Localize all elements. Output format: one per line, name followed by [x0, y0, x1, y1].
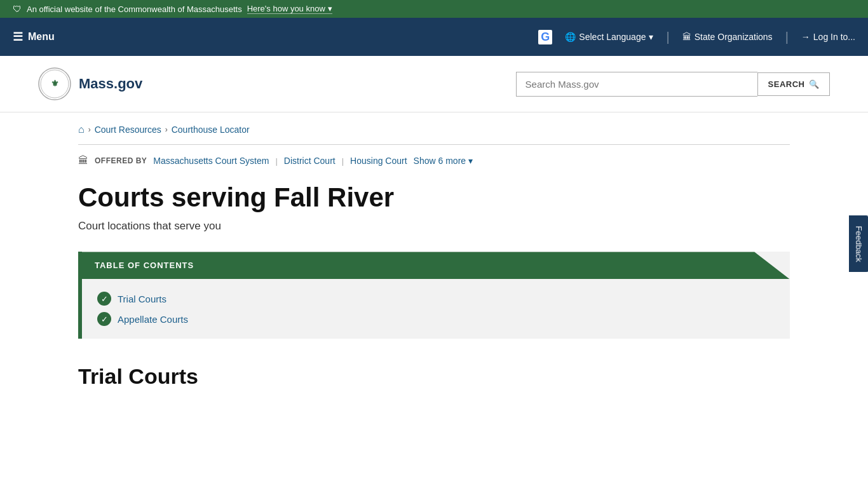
nav-separator: |: [666, 30, 669, 44]
chevron-down-icon: ▾: [328, 4, 332, 13]
show-more-button[interactable]: Show 6 more ▾: [414, 156, 473, 166]
toc-link-appellate-courts[interactable]: Appellate Courts: [118, 314, 188, 325]
toc-list: ✓ Trial Courts ✓ Appellate Courts: [82, 279, 790, 339]
nav-separator-2: |: [785, 30, 789, 44]
language-chevron-icon: ▾: [649, 32, 653, 42]
state-orgs-label: State Organizations: [695, 32, 773, 42]
show-more-chevron-icon: ▾: [468, 156, 473, 166]
breadcrumb-court-resources[interactable]: Court Resources: [95, 125, 161, 135]
offered-by-section: 🏛 OFFERED BY Massachusetts Court System …: [78, 155, 790, 166]
main-nav: ☰ Menu G 🌐 Select Language ▾ | 🏛 State O…: [0, 18, 868, 56]
menu-label: Menu: [28, 31, 55, 43]
login-button[interactable]: → Log In to...: [801, 32, 855, 42]
toc-item-appellate-courts: ✓ Appellate Courts: [97, 312, 775, 326]
table-of-contents: TABLE OF CONTENTS ✓ Trial Courts ✓ Appel…: [78, 252, 790, 339]
trial-courts-heading: Trial Courts: [78, 364, 790, 389]
search-input[interactable]: [516, 72, 757, 97]
toc-item-trial-courts: ✓ Trial Courts: [97, 292, 775, 306]
toc-link-trial-courts[interactable]: Trial Courts: [118, 294, 166, 304]
select-language-label: Select Language: [579, 32, 646, 42]
breadcrumb-chevron-1: ›: [88, 125, 91, 134]
page-title: Courts serving Fall River: [78, 182, 790, 214]
state-orgs-button[interactable]: 🏛 State Organizations: [682, 32, 773, 42]
breadcrumb-chevron-2: ›: [165, 125, 168, 134]
toc-header: TABLE OF CONTENTS: [82, 252, 790, 279]
google-translate-icon: G: [538, 30, 552, 44]
menu-button[interactable]: ☰ Menu: [13, 30, 55, 44]
search-icon: 🔍: [809, 79, 820, 89]
offered-by-icon: 🏛: [78, 155, 88, 166]
toc-check-icon-2: ✓: [97, 312, 111, 326]
pipe-1: |: [275, 156, 277, 166]
breadcrumb-home[interactable]: ⌂: [78, 124, 85, 135]
offered-by-mass-court[interactable]: Massachusetts Court System: [153, 156, 269, 166]
feedback-label: Feedback: [854, 226, 864, 262]
search-label: SEARCH: [768, 79, 805, 89]
search-area: SEARCH 🔍: [516, 72, 830, 97]
shield-icon: 🛡: [13, 4, 22, 14]
breadcrumb-courthouse-locator[interactable]: Courthouse Locator: [172, 125, 250, 135]
building-icon: 🏛: [682, 32, 691, 42]
nav-right-area: G 🌐 Select Language ▾ | 🏛 State Organiza…: [538, 30, 855, 44]
login-label: Log In to...: [813, 32, 855, 42]
banner-text: An official website of the Commonwealth …: [27, 4, 242, 14]
how-you-know-link[interactable]: Here's how you know ▾: [247, 4, 332, 14]
mass-seal-icon: ⚜: [38, 67, 71, 100]
logo-text: Mass.gov: [79, 76, 142, 92]
offered-by-label: OFFERED BY: [95, 156, 147, 165]
page-subtitle: Court locations that serve you: [78, 220, 790, 233]
feedback-tab[interactable]: Feedback: [849, 215, 868, 272]
logo-link[interactable]: ⚜ Mass.gov: [38, 67, 142, 100]
toc-check-icon-1: ✓: [97, 292, 111, 306]
language-globe-icon: 🌐: [565, 32, 576, 42]
site-header: ⚜ Mass.gov SEARCH 🔍: [0, 56, 868, 112]
select-language-button[interactable]: 🌐 Select Language ▾: [565, 32, 653, 42]
search-button[interactable]: SEARCH 🔍: [757, 72, 830, 96]
offered-by-district-court[interactable]: District Court: [284, 156, 336, 166]
official-banner: 🛡 An official website of the Commonwealt…: [0, 0, 868, 18]
svg-text:⚜: ⚜: [51, 78, 59, 88]
main-content: ⌂ › Court Resources › Courthouse Locator…: [40, 112, 828, 389]
show-more-label: Show 6 more: [414, 156, 466, 166]
home-icon: ⌂: [78, 124, 85, 135]
offered-by-housing-court[interactable]: Housing Court: [350, 156, 407, 166]
breadcrumb: ⌂ › Court Resources › Courthouse Locator: [78, 112, 790, 145]
login-icon: →: [801, 32, 810, 42]
pipe-2: |: [342, 156, 344, 166]
hamburger-icon: ☰: [13, 30, 23, 44]
